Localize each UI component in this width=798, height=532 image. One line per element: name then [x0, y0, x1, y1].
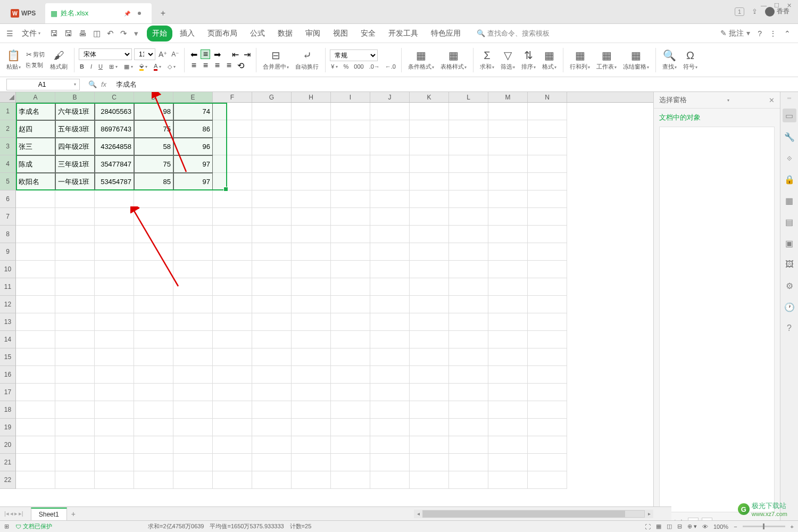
tab-data[interactable]: 数据: [272, 26, 298, 41]
cell[interactable]: [528, 436, 567, 454]
cell[interactable]: [173, 296, 213, 313]
cell[interactable]: [528, 243, 567, 261]
currency-button[interactable]: ¥▾: [330, 63, 339, 70]
column-header[interactable]: K: [410, 92, 449, 102]
column-header[interactable]: A: [16, 92, 55, 102]
cell[interactable]: [95, 419, 134, 436]
sort-button[interactable]: ⇅排序▾: [519, 48, 538, 72]
cell[interactable]: [488, 103, 528, 120]
cell[interactable]: [213, 471, 252, 489]
cell[interactable]: [134, 331, 173, 348]
cell[interactable]: [252, 173, 292, 190]
formula-input[interactable]: 李成名: [113, 80, 798, 89]
cell[interactable]: [370, 173, 410, 190]
row-header[interactable]: 14: [0, 331, 16, 348]
cell[interactable]: [252, 384, 292, 401]
cell[interactable]: [292, 120, 331, 138]
cell[interactable]: [55, 366, 95, 384]
align-justify-button[interactable]: ≡: [224, 61, 234, 70]
scroll-right-icon[interactable]: ▸: [645, 511, 653, 517]
cell[interactable]: 欧阳名: [16, 173, 55, 190]
cell[interactable]: [173, 471, 213, 489]
cell[interactable]: [331, 138, 370, 155]
clear-format-button[interactable]: ◇▾: [167, 63, 177, 71]
cell[interactable]: [252, 103, 292, 120]
font-color-button[interactable]: A▾: [153, 62, 162, 71]
select-all-corner[interactable]: [0, 92, 16, 102]
column-header[interactable]: N: [528, 92, 567, 102]
cell[interactable]: [528, 261, 567, 278]
cell[interactable]: [213, 208, 252, 226]
cell[interactable]: [213, 155, 252, 173]
cell[interactable]: [16, 401, 55, 419]
table-style-button[interactable]: ▦表格样式▾: [438, 48, 469, 72]
cell[interactable]: [134, 243, 173, 261]
cell[interactable]: [410, 208, 449, 226]
cell[interactable]: [173, 313, 213, 331]
cell[interactable]: [449, 348, 488, 366]
save-icon[interactable]: 🖫: [50, 29, 58, 38]
cell[interactable]: [488, 278, 528, 296]
font-name-select[interactable]: 宋体: [79, 48, 132, 60]
view-break-icon[interactable]: ⊟: [677, 523, 682, 530]
cell[interactable]: 四年级2班: [55, 138, 95, 155]
cell[interactable]: 58: [134, 138, 173, 155]
cell[interactable]: [410, 120, 449, 138]
cell[interactable]: [134, 261, 173, 278]
cell[interactable]: [449, 384, 488, 401]
cell[interactable]: [252, 454, 292, 471]
save-as-icon[interactable]: 🖫: [64, 29, 72, 38]
prev-sheet-icon[interactable]: ◂: [10, 510, 13, 517]
cell[interactable]: [292, 103, 331, 120]
cell[interactable]: [410, 296, 449, 313]
cell[interactable]: [16, 243, 55, 261]
cell[interactable]: [370, 155, 410, 173]
cell[interactable]: [292, 436, 331, 454]
row-header[interactable]: 22: [0, 471, 16, 489]
template-icon[interactable]: ▤: [783, 215, 796, 229]
cell[interactable]: [55, 401, 95, 419]
cell[interactable]: [55, 436, 95, 454]
cell[interactable]: [213, 243, 252, 261]
cell[interactable]: [16, 331, 55, 348]
column-header[interactable]: I: [331, 92, 370, 102]
cell[interactable]: [252, 331, 292, 348]
cell[interactable]: [292, 366, 331, 384]
cell[interactable]: [410, 348, 449, 366]
view-normal-icon[interactable]: ▦: [656, 523, 661, 530]
decrease-indent-button[interactable]: ⇤: [230, 49, 240, 59]
row-header[interactable]: 2: [0, 120, 16, 138]
wrench-icon[interactable]: 🔧: [783, 130, 796, 144]
cell[interactable]: [488, 190, 528, 208]
bookmark-icon[interactable]: ⟐: [783, 151, 796, 165]
cell[interactable]: [449, 208, 488, 226]
tab-view[interactable]: 视图: [328, 26, 353, 41]
add-sheet-button[interactable]: +: [71, 510, 76, 518]
font-size-select[interactable]: 11: [134, 48, 155, 60]
merge-center-button[interactable]: ⊟ 合并居中▾: [261, 48, 291, 72]
cell[interactable]: [528, 103, 567, 120]
cell[interactable]: [173, 331, 213, 348]
cell[interactable]: [331, 401, 370, 419]
cell[interactable]: [410, 190, 449, 208]
cell[interactable]: [213, 454, 252, 471]
cell[interactable]: [173, 384, 213, 401]
cell[interactable]: [370, 401, 410, 419]
tab-special[interactable]: 特色应用: [426, 26, 466, 41]
cell[interactable]: [134, 208, 173, 226]
cell[interactable]: [449, 120, 488, 138]
cell[interactable]: 98: [134, 103, 173, 120]
cell[interactable]: [331, 471, 370, 489]
minimize-button[interactable]: —: [761, 2, 767, 9]
cell[interactable]: [528, 366, 567, 384]
decrease-decimal-button[interactable]: ←.0: [384, 63, 397, 70]
cell[interactable]: [173, 278, 213, 296]
cell[interactable]: [410, 401, 449, 419]
qat-dropdown-icon[interactable]: ▾: [134, 29, 138, 38]
freeze-button[interactable]: ▦冻结窗格▾: [621, 48, 651, 72]
cell[interactable]: 赵四: [16, 120, 55, 138]
cell[interactable]: [488, 419, 528, 436]
cell[interactable]: [213, 173, 252, 190]
cell[interactable]: [252, 243, 292, 261]
app-logo[interactable]: W WPS: [4, 3, 42, 23]
